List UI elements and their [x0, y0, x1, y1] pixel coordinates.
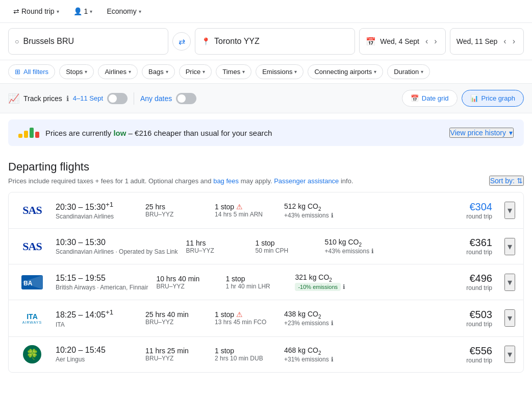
- airline-logo: SAS: [17, 204, 47, 217]
- price-graph-button[interactable]: 📊 Price graph: [462, 90, 524, 107]
- flight-duration: 10 hrs 40 min BRU–YYZ: [156, 275, 217, 290]
- view-history-label: View price history: [450, 129, 506, 137]
- origin-icon: ○: [15, 37, 19, 45]
- emissions-sub: +31% emissions ℹ: [284, 356, 356, 363]
- bags-filter-button[interactable]: Bags ▾: [142, 64, 175, 79]
- flight-time-value: 18:25 – 14:05+1: [56, 308, 137, 320]
- return-prev-button[interactable]: ‹: [501, 36, 508, 47]
- emissions-sub: -10% emissions ℹ: [295, 283, 366, 291]
- flight-times: 15:15 – 19:55 British Airways · American…: [56, 274, 148, 291]
- emissions-info-icon[interactable]: ℹ: [331, 212, 334, 219]
- depart-date-field[interactable]: 📅 Wed, 4 Sept ‹ ›: [359, 28, 445, 55]
- emissions-badge: -10% emissions: [295, 283, 341, 291]
- airlines-filter-button[interactable]: Airlines ▾: [98, 64, 138, 79]
- flight-time-value: 10:20 – 15:45: [56, 346, 137, 355]
- track-bar: 📈 Track prices ℹ 4–11 Sept Any dates 📅 D…: [0, 84, 532, 113]
- price-bars-icon: [18, 128, 39, 138]
- duration-route: BRU–YYZ: [156, 283, 217, 290]
- stops-value: 1 stop: [225, 275, 287, 283]
- times-filter-button[interactable]: Times ▾: [216, 64, 251, 79]
- passengers-label: 1: [84, 7, 88, 15]
- emissions-info-icon[interactable]: ℹ: [343, 283, 345, 290]
- flight-row[interactable]: SAS 10:30 – 15:30 Scandinavian Airlines …: [9, 229, 523, 264]
- passenger-assistance-link[interactable]: Passenger assistance: [274, 177, 339, 185]
- expand-button[interactable]: ▾: [504, 202, 515, 219]
- duration-route: BRU–YYZ: [186, 247, 247, 254]
- stops-filter-button[interactable]: Stops ▾: [59, 64, 94, 79]
- expand-button[interactable]: ▾: [504, 346, 515, 363]
- destination-input[interactable]: [214, 37, 348, 46]
- any-dates-toggle[interactable]: [176, 93, 196, 104]
- times-chevron: ▾: [242, 69, 245, 75]
- date-grid-button[interactable]: 📅 Date grid: [402, 90, 458, 107]
- price-value: €496: [441, 273, 492, 284]
- emissions-chevron: ▾: [294, 69, 297, 75]
- stops-detail: 2 hrs 10 min DUB: [215, 355, 276, 362]
- price-type: round trip: [441, 249, 492, 256]
- flight-price: €496 round trip: [441, 273, 492, 291]
- flight-time-value: 10:30 – 15:30: [56, 238, 178, 247]
- aer-lingus-logo: 🍀: [23, 345, 41, 363]
- stops-detail: 13 hrs 45 min FCO: [215, 319, 276, 326]
- flight-row[interactable]: BA 15:15 – 19:55 British Airways · Ameri…: [9, 264, 523, 300]
- depart-prev-button[interactable]: ‹: [423, 36, 430, 47]
- calendar-icon: 📅: [366, 37, 376, 46]
- return-date-field[interactable]: Wed, 11 Sep ‹ ›: [450, 28, 524, 55]
- all-filters-button[interactable]: ⊞ All filters: [8, 64, 55, 79]
- flight-emissions: 510 kg CO2 +43% emissions ℹ: [324, 238, 396, 255]
- flight-row[interactable]: SAS 20:30 – 15:30+1 Scandinavian Airline…: [9, 192, 523, 229]
- trip-type-label: Round trip: [21, 7, 55, 15]
- return-date-label: Wed, 11 Sep: [457, 37, 498, 45]
- filters-bar: ⊞ All filters Stops ▾ Airlines ▾ Bags ▾ …: [0, 60, 532, 84]
- depart-next-button[interactable]: ›: [432, 36, 439, 47]
- flight-duration: 25 hrs 40 min BRU–YYZ: [145, 310, 207, 326]
- flight-times: 10:20 – 15:45 Aer Lingus: [56, 346, 137, 363]
- emissions-pct: +23% emissions: [284, 320, 329, 327]
- sort-label: Sort by:: [490, 177, 515, 185]
- track-prices-slider: [107, 93, 128, 104]
- expand-button[interactable]: ▾: [504, 309, 515, 327]
- duration-value: 25 hrs 40 min: [145, 310, 207, 319]
- origin-input[interactable]: [23, 37, 162, 46]
- emissions-filter-button[interactable]: Emissions ▾: [256, 64, 303, 79]
- destination-field[interactable]: 📍: [195, 28, 355, 55]
- flight-times: 10:30 – 15:30 Scandinavian Airlines · Op…: [56, 238, 178, 255]
- swap-button[interactable]: ⇄: [172, 32, 191, 51]
- passengers-button[interactable]: 👤 1 ▾: [68, 4, 98, 18]
- track-info-icon[interactable]: ℹ: [66, 94, 69, 103]
- all-filters-label: All filters: [23, 68, 48, 76]
- date-grid-label: Date grid: [422, 94, 449, 102]
- duration-filter-button[interactable]: Duration ▾: [387, 64, 430, 79]
- price-filter-button[interactable]: Price ▾: [179, 64, 212, 79]
- cabin-button[interactable]: Economy ▾: [102, 4, 146, 18]
- emissions-pct: +43% emissions: [324, 248, 369, 255]
- bag-fees-link[interactable]: bag fees: [213, 177, 239, 185]
- expand-button[interactable]: ▾: [504, 238, 515, 255]
- flight-row[interactable]: 🍀 10:20 – 15:45 Aer Lingus 11 hrs 25 min…: [9, 337, 523, 372]
- airline-logo: ITA AIRWAYS: [17, 312, 47, 324]
- depart-date-label: Wed, 4 Sept: [380, 37, 419, 45]
- track-prices-toggle[interactable]: [107, 93, 128, 104]
- connecting-airports-filter-button[interactable]: Connecting airports ▾: [308, 64, 383, 79]
- flight-emissions: 512 kg CO2 +43% emissions ℹ: [284, 202, 356, 219]
- emissions-sub: +23% emissions ℹ: [284, 320, 356, 327]
- expand-button[interactable]: ▾: [504, 274, 515, 291]
- emissions-pct: +31% emissions: [284, 356, 329, 363]
- sort-button[interactable]: Sort by: ⇅: [489, 176, 524, 186]
- top-bar: ⇄ Round trip ▾ 👤 1 ▾ Economy ▾: [0, 0, 532, 23]
- trip-type-button[interactable]: ⇄ Round trip ▾: [8, 4, 64, 18]
- return-next-button[interactable]: ›: [511, 36, 517, 47]
- view-price-history-button[interactable]: View price history ▾: [449, 128, 514, 138]
- flight-row[interactable]: ITA AIRWAYS 18:25 – 14:05+1 ITA 25 hrs 4…: [9, 300, 523, 336]
- emissions-info-icon[interactable]: ℹ: [331, 320, 334, 327]
- warning-icon: ⚠: [236, 310, 243, 319]
- origin-field[interactable]: ○: [8, 28, 168, 55]
- flight-duration: 11 hrs BRU–YYZ: [186, 239, 247, 254]
- emissions-info-icon[interactable]: ℹ: [371, 248, 374, 255]
- emissions-info-icon[interactable]: ℹ: [331, 356, 334, 363]
- flight-price: €503 round trip: [441, 309, 492, 328]
- flight-duration: 25 hrs BRU–YYZ: [145, 203, 207, 218]
- price-chevron: ▾: [202, 69, 205, 75]
- price-alert-banner: Prices are currently low – €216 cheaper …: [8, 119, 524, 146]
- duration-filter-label: Duration: [394, 68, 419, 76]
